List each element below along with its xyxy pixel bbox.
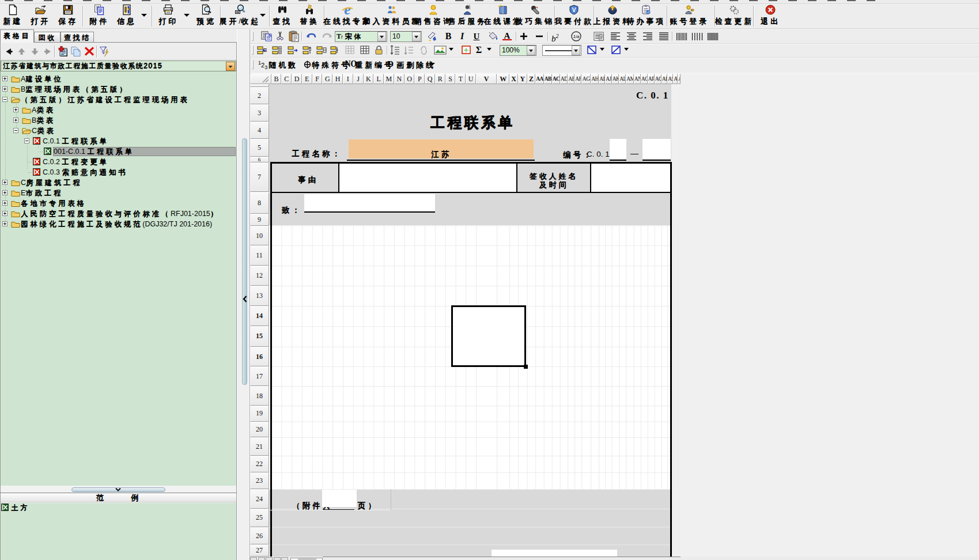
svg-text:V: V [572,7,576,13]
svg-text:1/a: 1/a [573,34,580,39]
